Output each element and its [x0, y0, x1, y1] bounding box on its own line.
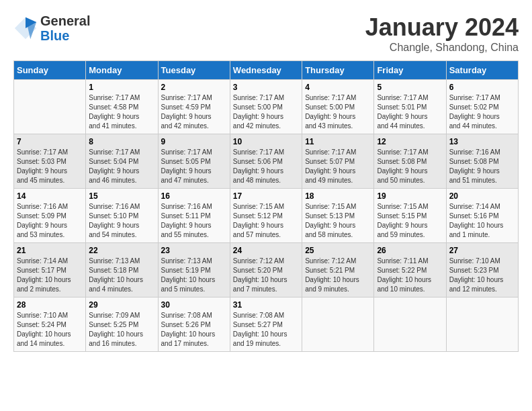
day-number: 30 — [161, 300, 227, 310]
calendar-cell: 23Sunrise: 7:13 AM Sunset: 5:19 PM Dayli… — [158, 243, 230, 298]
day-number: 7 — [17, 137, 83, 146]
day-number: 6 — [449, 83, 515, 92]
day-info: Sunrise: 7:10 AM Sunset: 5:24 PM Dayligh… — [17, 312, 71, 347]
day-info: Sunrise: 7:17 AM Sunset: 4:58 PM Dayligh… — [89, 94, 140, 130]
week-row-5: 28Sunrise: 7:10 AM Sunset: 5:24 PM Dayli… — [14, 298, 519, 352]
day-info: Sunrise: 7:14 AM Sunset: 5:16 PM Dayligh… — [449, 203, 504, 238]
week-row-4: 21Sunrise: 7:14 AM Sunset: 5:17 PM Dayli… — [14, 243, 519, 298]
day-info: Sunrise: 7:12 AM Sunset: 5:21 PM Dayligh… — [305, 257, 359, 293]
day-info: Sunrise: 7:17 AM Sunset: 5:02 PM Dayligh… — [449, 94, 500, 130]
day-info: Sunrise: 7:17 AM Sunset: 5:05 PM Dayligh… — [161, 148, 212, 184]
calendar-cell: 9Sunrise: 7:17 AM Sunset: 5:05 PM Daylig… — [158, 134, 230, 189]
day-number: 31 — [233, 300, 299, 310]
day-number: 11 — [305, 137, 371, 146]
calendar-cell: 28Sunrise: 7:10 AM Sunset: 5:24 PM Dayli… — [14, 298, 86, 352]
calendar-cell — [374, 298, 446, 352]
day-number: 2 — [161, 83, 227, 92]
day-info: Sunrise: 7:17 AM Sunset: 5:01 PM Dayligh… — [377, 94, 428, 130]
day-info: Sunrise: 7:09 AM Sunset: 5:25 PM Dayligh… — [89, 312, 143, 347]
calendar-cell: 25Sunrise: 7:12 AM Sunset: 5:21 PM Dayli… — [302, 243, 374, 298]
day-info: Sunrise: 7:13 AM Sunset: 5:19 PM Dayligh… — [161, 257, 216, 293]
day-info: Sunrise: 7:17 AM Sunset: 5:03 PM Dayligh… — [17, 148, 68, 184]
header-tuesday: Tuesday — [158, 61, 230, 80]
day-info: Sunrise: 7:17 AM Sunset: 5:06 PM Dayligh… — [233, 148, 284, 184]
day-info: Sunrise: 7:17 AM Sunset: 5:04 PM Dayligh… — [89, 148, 140, 184]
day-info: Sunrise: 7:14 AM Sunset: 5:17 PM Dayligh… — [17, 257, 71, 293]
day-number: 22 — [89, 246, 154, 255]
day-number: 3 — [233, 83, 299, 92]
day-number: 12 — [377, 137, 443, 146]
calendar-cell: 22Sunrise: 7:13 AM Sunset: 5:18 PM Dayli… — [86, 243, 158, 298]
day-number: 23 — [161, 246, 227, 255]
calendar-cell: 2Sunrise: 7:17 AM Sunset: 4:59 PM Daylig… — [158, 80, 230, 134]
header-saturday: Saturday — [446, 61, 518, 80]
logo-icon — [13, 16, 38, 40]
day-number: 27 — [449, 246, 515, 255]
calendar-cell — [302, 298, 374, 352]
calendar-cell: 14Sunrise: 7:16 AM Sunset: 5:09 PM Dayli… — [14, 189, 86, 243]
day-number: 16 — [161, 191, 227, 201]
calendar-cell: 5Sunrise: 7:17 AM Sunset: 5:01 PM Daylig… — [374, 80, 446, 134]
calendar-cell: 17Sunrise: 7:15 AM Sunset: 5:12 PM Dayli… — [230, 189, 302, 243]
day-info: Sunrise: 7:10 AM Sunset: 5:23 PM Dayligh… — [449, 257, 504, 293]
calendar-cell: 8Sunrise: 7:17 AM Sunset: 5:04 PM Daylig… — [86, 134, 158, 189]
calendar-table: SundayMondayTuesdayWednesdayThursdayFrid… — [13, 60, 519, 352]
calendar-cell: 18Sunrise: 7:15 AM Sunset: 5:13 PM Dayli… — [302, 189, 374, 243]
day-info: Sunrise: 7:12 AM Sunset: 5:20 PM Dayligh… — [233, 257, 287, 293]
day-number: 21 — [17, 246, 83, 255]
week-row-2: 7Sunrise: 7:17 AM Sunset: 5:03 PM Daylig… — [14, 134, 519, 189]
calendar-cell: 13Sunrise: 7:16 AM Sunset: 5:08 PM Dayli… — [446, 134, 518, 189]
day-number: 18 — [305, 191, 371, 201]
day-info: Sunrise: 7:17 AM Sunset: 5:08 PM Dayligh… — [377, 148, 428, 184]
calendar-cell: 3Sunrise: 7:17 AM Sunset: 5:00 PM Daylig… — [230, 80, 302, 134]
calendar-cell: 31Sunrise: 7:08 AM Sunset: 5:27 PM Dayli… — [230, 298, 302, 352]
day-number: 1 — [89, 83, 154, 92]
day-number: 15 — [89, 191, 154, 201]
week-row-1: 1Sunrise: 7:17 AM Sunset: 4:58 PM Daylig… — [14, 80, 519, 134]
calendar-cell — [14, 80, 86, 134]
calendar-cell: 4Sunrise: 7:17 AM Sunset: 5:00 PM Daylig… — [302, 80, 374, 134]
day-number: 10 — [233, 137, 299, 146]
day-number: 17 — [233, 191, 299, 201]
day-info: Sunrise: 7:16 AM Sunset: 5:09 PM Dayligh… — [17, 203, 68, 238]
day-info: Sunrise: 7:16 AM Sunset: 5:08 PM Dayligh… — [449, 148, 500, 184]
header-sunday: Sunday — [14, 61, 86, 80]
calendar-cell: 30Sunrise: 7:08 AM Sunset: 5:26 PM Dayli… — [158, 298, 230, 352]
calendar-cell: 7Sunrise: 7:17 AM Sunset: 5:03 PM Daylig… — [14, 134, 86, 189]
day-info: Sunrise: 7:08 AM Sunset: 5:26 PM Dayligh… — [161, 312, 216, 347]
day-info: Sunrise: 7:15 AM Sunset: 5:13 PM Dayligh… — [305, 203, 356, 238]
header-wednesday: Wednesday — [230, 61, 302, 80]
calendar-cell: 6Sunrise: 7:17 AM Sunset: 5:02 PM Daylig… — [446, 80, 518, 134]
logo-text: General Blue — [40, 13, 90, 43]
logo-general: General — [40, 13, 90, 28]
logo-blue: Blue — [40, 28, 90, 43]
day-number: 8 — [89, 137, 154, 146]
day-number: 19 — [377, 191, 443, 201]
calendar-cell: 19Sunrise: 7:15 AM Sunset: 5:15 PM Dayli… — [374, 189, 446, 243]
calendar-cell: 24Sunrise: 7:12 AM Sunset: 5:20 PM Dayli… — [230, 243, 302, 298]
calendar-header-row: SundayMondayTuesdayWednesdayThursdayFrid… — [14, 61, 519, 80]
day-info: Sunrise: 7:17 AM Sunset: 5:07 PM Dayligh… — [305, 148, 356, 184]
calendar-cell: 16Sunrise: 7:16 AM Sunset: 5:11 PM Dayli… — [158, 189, 230, 243]
day-info: Sunrise: 7:13 AM Sunset: 5:18 PM Dayligh… — [89, 257, 143, 293]
day-info: Sunrise: 7:17 AM Sunset: 4:59 PM Dayligh… — [161, 94, 212, 130]
calendar-cell: 27Sunrise: 7:10 AM Sunset: 5:23 PM Dayli… — [446, 243, 518, 298]
day-number: 24 — [233, 246, 299, 255]
day-number: 29 — [89, 300, 154, 310]
logo: General Blue — [13, 13, 90, 43]
calendar-cell: 21Sunrise: 7:14 AM Sunset: 5:17 PM Dayli… — [14, 243, 86, 298]
calendar-cell: 11Sunrise: 7:17 AM Sunset: 5:07 PM Dayli… — [302, 134, 374, 189]
header-monday: Monday — [86, 61, 158, 80]
title-section: January 2024 Changle, Shandong, China — [365, 13, 519, 54]
day-info: Sunrise: 7:08 AM Sunset: 5:27 PM Dayligh… — [233, 312, 287, 347]
day-number: 20 — [449, 191, 515, 201]
calendar-cell: 20Sunrise: 7:14 AM Sunset: 5:16 PM Dayli… — [446, 189, 518, 243]
subtitle: Changle, Shandong, China — [365, 42, 519, 54]
week-row-3: 14Sunrise: 7:16 AM Sunset: 5:09 PM Dayli… — [14, 189, 519, 243]
day-info: Sunrise: 7:15 AM Sunset: 5:15 PM Dayligh… — [377, 203, 428, 238]
day-info: Sunrise: 7:11 AM Sunset: 5:22 PM Dayligh… — [377, 257, 431, 293]
calendar-cell: 1Sunrise: 7:17 AM Sunset: 4:58 PM Daylig… — [86, 80, 158, 134]
calendar-cell: 26Sunrise: 7:11 AM Sunset: 5:22 PM Dayli… — [374, 243, 446, 298]
calendar-cell: 29Sunrise: 7:09 AM Sunset: 5:25 PM Dayli… — [86, 298, 158, 352]
calendar-cell: 10Sunrise: 7:17 AM Sunset: 5:06 PM Dayli… — [230, 134, 302, 189]
